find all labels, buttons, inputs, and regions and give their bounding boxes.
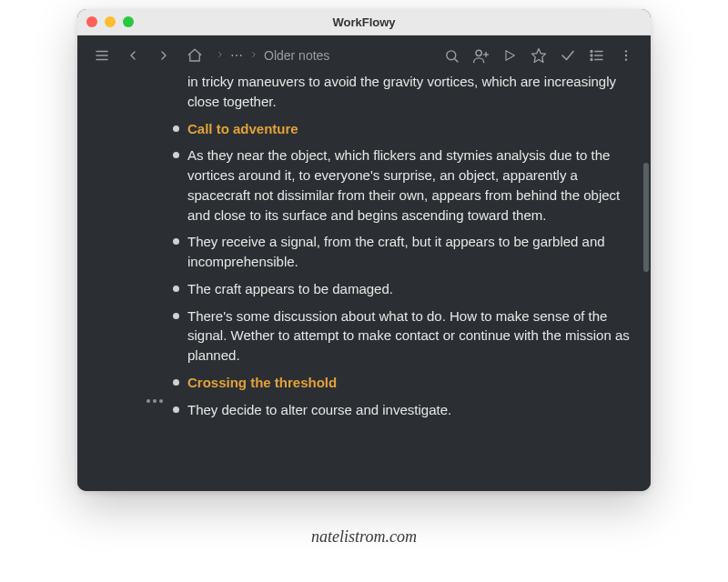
window-minimize-button[interactable] [105, 16, 116, 27]
list-item-text[interactable]: They decide to alter course and investig… [187, 400, 631, 420]
breadcrumb-current[interactable]: Older notes [264, 48, 329, 63]
list-item[interactable]: As they near the object, which flickers … [173, 146, 631, 225]
bullet-icon[interactable] [173, 286, 179, 292]
svg-marker-9 [532, 49, 546, 63]
chevron-left-icon [126, 48, 140, 63]
list-item-text[interactable]: Call to adventure [187, 119, 631, 139]
back-button[interactable] [121, 44, 145, 67]
list-item-text[interactable]: in tricky maneuvers to avoid the gravity… [187, 75, 631, 112]
share-button[interactable] [469, 44, 492, 67]
traffic-lights [86, 9, 134, 35]
svg-marker-8 [506, 51, 514, 61]
home-icon [187, 47, 203, 64]
list-item[interactable]: There's some discussion about what to do… [173, 306, 631, 366]
breadcrumb-separator-icon [249, 48, 258, 64]
bullet-icon[interactable] [173, 238, 179, 245]
list-item-text[interactable]: As they near the object, which flickers … [187, 146, 631, 225]
page-caption: natelistrom.com [0, 527, 728, 547]
list-heading[interactable]: Crossing the threshold [173, 373, 631, 393]
svg-point-12 [591, 55, 592, 56]
play-icon [502, 48, 517, 63]
svg-point-14 [591, 59, 592, 61]
add-user-icon [472, 47, 490, 65]
list-item-text[interactable]: They receive a signal, from the craft, b… [187, 232, 631, 272]
chevron-right-icon [157, 48, 171, 63]
menu-button[interactable] [90, 44, 114, 67]
list-item[interactable]: They decide to alter course and investig… [173, 400, 631, 420]
check-icon [560, 47, 576, 64]
breadcrumb-ellipsis[interactable]: ⋯ [230, 48, 244, 63]
svg-point-18 [625, 58, 627, 60]
bullet-icon[interactable] [173, 313, 179, 319]
toolbar: ⋯ Older notes [77, 35, 651, 75]
app-window: WorkFlowy ⋯ Older notes [77, 9, 651, 491]
home-button[interactable] [183, 44, 207, 67]
list-item-text[interactable]: The craft appears to be damaged. [187, 279, 631, 299]
star-button[interactable] [527, 44, 551, 67]
scrollbar-thumb[interactable] [643, 163, 649, 272]
window-close-button[interactable] [86, 16, 97, 27]
search-button[interactable] [440, 44, 463, 67]
svg-point-5 [475, 50, 480, 55]
star-icon [531, 47, 547, 64]
list-heading[interactable]: Call to adventure [173, 119, 631, 139]
search-icon [444, 48, 460, 64]
list-icon [589, 47, 605, 64]
breadcrumb-separator-icon [216, 48, 225, 64]
bullet-icon[interactable] [173, 152, 179, 158]
list-item[interactable]: in tricky maneuvers to avoid the gravity… [173, 75, 631, 112]
list-item-text[interactable]: Crossing the threshold [187, 373, 631, 393]
svg-line-4 [454, 58, 457, 61]
svg-point-10 [591, 51, 592, 53]
svg-point-17 [625, 55, 627, 56]
list-item[interactable]: The craft appears to be damaged. [173, 279, 631, 299]
bullet-icon[interactable] [173, 406, 179, 413]
breadcrumb: ⋯ Older notes [216, 48, 329, 64]
more-button[interactable] [614, 44, 638, 67]
bullet-icon[interactable] [173, 125, 179, 132]
forward-button[interactable] [152, 44, 176, 67]
list-item-text[interactable]: There's some discussion about what to do… [187, 306, 631, 366]
outline-list: in tricky maneuvers to avoid the gravity… [77, 75, 651, 491]
list-view-button[interactable] [585, 44, 609, 67]
bullet-icon[interactable] [173, 379, 179, 386]
window-zoom-button[interactable] [123, 16, 134, 27]
titlebar: WorkFlowy [77, 9, 651, 35]
list-item[interactable]: They receive a signal, from the craft, b… [173, 232, 631, 272]
kebab-icon [619, 48, 633, 63]
play-button[interactable] [498, 44, 521, 67]
window-title: WorkFlowy [332, 15, 395, 29]
hamburger-icon [94, 47, 110, 64]
content-area: in tricky maneuvers to avoid the gravity… [77, 75, 651, 491]
svg-point-16 [625, 50, 627, 52]
complete-button[interactable] [556, 44, 580, 67]
